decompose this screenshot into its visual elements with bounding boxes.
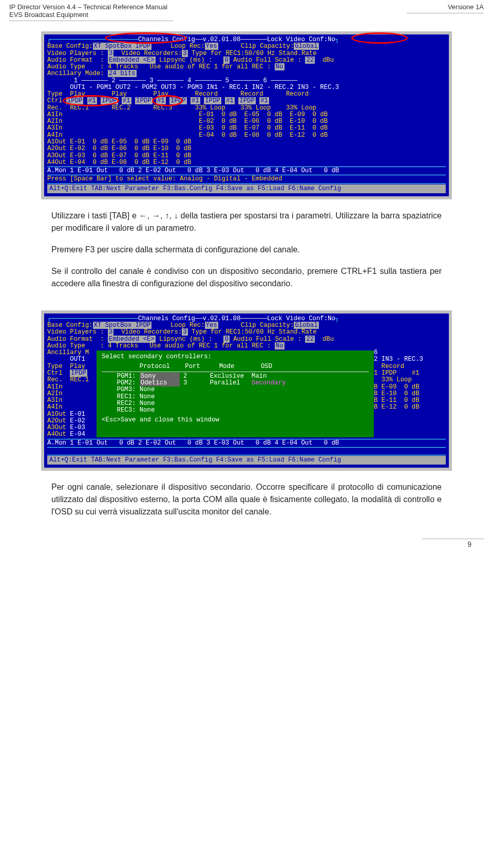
- base-config-label-2: Base Config:: [47, 322, 93, 329]
- secondary-controllers-popup: Select secondary controllers: Protocol P…: [97, 350, 374, 437]
- amon-row-2: A.Mon 1 E-01 Out 0 dB 2 E-02 Out 0 dB 3 …: [47, 440, 446, 447]
- ctrl-value[interactable]: IPDP: [135, 97, 153, 104]
- video-recorders-value[interactable]: 3: [182, 50, 187, 57]
- audio-format-label: Audio Format :: [47, 57, 108, 64]
- ancillary-value[interactable]: 24 bits: [108, 70, 137, 77]
- aful2: Audio Full Scale :: [230, 336, 306, 343]
- popup-footer[interactable]: <Esc>Save and close this window: [102, 417, 369, 423]
- popup-row[interactable]: PGM2: Odetics 3 Parallel Secondary: [102, 380, 369, 386]
- loop-rec-value[interactable]: Yes: [205, 43, 218, 50]
- rs4: 33% Loop: [374, 377, 446, 383]
- rs3: 1 IPDP #1: [374, 370, 420, 377]
- rec-row: Rec. REC.1 REC.2 REC.3 33% Loop 33% Loop…: [47, 105, 446, 112]
- vpv2[interactable]: 3: [108, 328, 113, 336]
- popup-row[interactable]: REC1: None: [102, 394, 369, 400]
- ctrl-port[interactable]: #1: [259, 97, 269, 104]
- afl2: Audio Format :: [47, 336, 108, 343]
- audio-full-label: Audio Full Scale :: [230, 57, 306, 64]
- ancillary-label: Ancillary Mode:: [47, 70, 108, 77]
- ctrl-port[interactable]: #1: [122, 97, 131, 104]
- a1in: A1In E-01 0 dB E-05 0 dB E-09 0 dB: [47, 112, 446, 118]
- type-rec1: Type for REC1:50/60 Hz Stand.Rate: [188, 50, 317, 57]
- annotation-circle-1: [105, 32, 187, 44]
- a4in: A4In E-04 0 dB E-08 0 dB E-12 0 dB: [47, 132, 446, 139]
- popup-row[interactable]: REC3: None: [102, 407, 369, 414]
- audio-type-label: Audio Type : 4 Tracks Use audio of REC 1…: [47, 63, 275, 70]
- vrl2: Video Recorders:: [113, 328, 182, 336]
- clip-cap-label: Clip Capacity:: [241, 43, 294, 50]
- popup-title: Select secondary controllers:: [102, 354, 369, 360]
- annotation-circle-2: [351, 32, 408, 44]
- popup-row[interactable]: REC2: None: [102, 400, 369, 407]
- audio-format-value[interactable]: Embedded <E>: [108, 57, 156, 64]
- video-recorders-label: Video Recorders:: [113, 50, 182, 57]
- prompt-row: Press [Space Bar] to select value: Analo…: [47, 176, 446, 182]
- base-config-label: Base Config:: [47, 43, 93, 50]
- audio-type-value[interactable]: No: [275, 63, 285, 70]
- rs2: Record: [374, 363, 446, 370]
- channels-config-screenshot-1: ┌───────────────────────Channels Config─…: [41, 31, 452, 199]
- loop-rec-label: Loop Rec:: [170, 43, 204, 50]
- header-right-text: Versione 1A: [448, 3, 484, 11]
- popup-row[interactable]: PGM3: None: [102, 386, 369, 393]
- rs8: B E-12 0 dB: [374, 404, 446, 411]
- rs1: 2 IN3 - REC.3: [374, 356, 446, 363]
- col-headers: 1 ─────── 2 ─────── 3 ─────── 4 ─────── …: [47, 78, 446, 84]
- ctrl-port[interactable]: #1: [225, 97, 235, 104]
- base-config-value[interactable]: XT SpotBox IPDP: [93, 43, 152, 50]
- a1out: A1Out E-01 0 dB E-05 0 dB E-09 0 dB: [47, 139, 446, 145]
- atv2[interactable]: No: [275, 342, 285, 349]
- popup-headers: Protocol Port Mode OSD: [102, 363, 369, 370]
- video-players-value[interactable]: 3: [108, 50, 113, 57]
- clip-cap-value[interactable]: Global: [294, 43, 318, 50]
- rs5: B E-09 0 dB: [374, 384, 446, 391]
- afv2[interactable]: Embedded <E>: [108, 336, 156, 343]
- channels-config-screenshot-2: ┌───────────────────────Channels Config─…: [41, 310, 452, 471]
- body-text-2: Per ogni canale, selezionare il disposit…: [51, 481, 442, 518]
- atl2: Audio Type : 4 Tracks Use audio of REC 1…: [47, 342, 275, 349]
- body-text-1: Utilizzare i tasti [TAB] e ←, →, ↑, ↓ de…: [51, 210, 442, 290]
- paragraph-3: Se il controllo del canale è condiviso c…: [51, 265, 442, 290]
- popup-row[interactable]: PGM1: Sony 2 Exclusive Main: [102, 373, 369, 380]
- a2in: A2In E-02 0 dB E-06 0 dB E-10 0 dB: [47, 118, 446, 125]
- ctrl-value[interactable]: IPDP: [204, 97, 221, 104]
- rs7: B E-11 0 dB: [374, 397, 446, 404]
- afuv2[interactable]: 22: [305, 336, 315, 343]
- clip-cap-label-2: Clip Capacity:: [241, 322, 294, 329]
- rs6: B E-10 0 dB: [374, 391, 446, 397]
- loop-rec-value-2[interactable]: Yes: [205, 322, 218, 329]
- lipsync-value[interactable]: 0: [223, 57, 229, 64]
- amon-row: A.Mon 1 E-01 Out 0 dB 2 E-02 Out 0 dB 3 …: [47, 168, 446, 174]
- audio-full-unit: dBu: [315, 57, 334, 64]
- clip-cap-value-2[interactable]: Global: [294, 322, 318, 329]
- header-right: Versione 1A: [407, 3, 484, 21]
- ctrl-port[interactable]: #1: [191, 97, 200, 104]
- a4out: A4Out E-04 0 dB E-08 0 dB E-12 0 dB: [47, 159, 446, 166]
- base-config-value-2[interactable]: XT SpotBox IPDP: [93, 322, 152, 329]
- header-left-2: EVS Broadcast Equipment: [9, 11, 88, 19]
- title-line-2: Channels Config──v.02.01.08───────Lock V…: [138, 315, 335, 322]
- annotation-circle-3: [63, 95, 119, 106]
- rs0: 6: [374, 349, 446, 356]
- afuu2: dBu: [315, 336, 334, 343]
- a3in: A3In E-03 0 dB E-07 0 dB E-11 0 dB: [47, 125, 446, 132]
- ctrl-value[interactable]: IPDP: [238, 97, 256, 104]
- header-left: IP Director Version 4.4 – Technical Refe…: [9, 3, 174, 21]
- vpl2: Video Players :: [47, 328, 108, 336]
- lsv2[interactable]: 0: [223, 336, 229, 343]
- lipsync-label: Lipsync (ms) :: [156, 57, 224, 64]
- footer-bar-2: Alt+Q:Exit TAB:Next Parameter F3:Bas.Con…: [47, 456, 446, 465]
- loop-rec-label-2: Loop Rec:: [170, 322, 204, 329]
- header-left-1: IP Director Version 4.4 – Technical Refe…: [9, 3, 167, 11]
- paragraph-4: Per ogni canale, selezionare il disposit…: [51, 481, 442, 518]
- paragraph-2: Premere F3 per uscire dalla schermata di…: [51, 244, 442, 256]
- audio-full-value[interactable]: 22: [305, 57, 315, 64]
- annotation-circle-4: [152, 95, 183, 106]
- page-header: IP Director Version 4.4 – Technical Refe…: [0, 0, 493, 21]
- paragraph-1: Utilizzare i tasti [TAB] e ←, →, ↑, ↓ de…: [51, 210, 442, 234]
- tr2: Type for REC1:50/60 Hz Stand.Rate: [188, 328, 317, 336]
- footer-bar: Alt+Q:Exit TAB:Next Parameter F3:Bas.Con…: [47, 184, 446, 193]
- a2out: A2Out E-02 0 dB E-06 0 dB E-10 0 dB: [47, 145, 446, 152]
- vrv2[interactable]: 3: [182, 328, 187, 336]
- out-row: OUT1 - PGM1 OUT2 - PGM2 OUT3 - PGM3 IN1 …: [47, 84, 446, 91]
